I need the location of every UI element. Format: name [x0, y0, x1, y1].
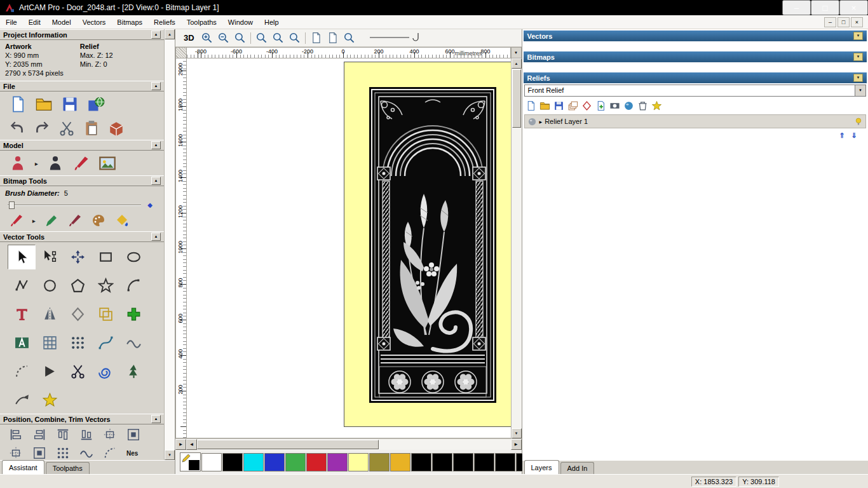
select-vectors-icon[interactable]: [8, 245, 36, 269]
load-picture-icon[interactable]: [98, 154, 116, 172]
extrude-icon[interactable]: [92, 359, 119, 384]
create-arc-icon[interactable]: [119, 273, 147, 298]
move-origin-icon[interactable]: [9, 446, 23, 460]
scroll-down-button[interactable]: ▼: [165, 450, 175, 460]
ruler-units-dropdown-button[interactable]: ▼: [511, 47, 522, 58]
collapse-project-info-button[interactable]: ▲: [151, 30, 161, 39]
palette-colour-6[interactable]: [327, 453, 348, 471]
smooth-relief-icon[interactable]: [623, 100, 634, 111]
nesting-icon[interactable]: Nes: [126, 450, 138, 457]
open-model-icon[interactable]: [35, 95, 53, 113]
zoom-1to1-icon[interactable]: [255, 32, 268, 44]
palette-colour-1[interactable]: [222, 453, 243, 471]
draw-icon[interactable]: [44, 213, 59, 228]
section-profile-icon[interactable]: [8, 388, 36, 412]
scroll-left-arrow[interactable]: ◀: [186, 439, 197, 450]
colour-palette-icon[interactable]: [91, 213, 106, 228]
scroll-up-button[interactable]: ▲: [165, 29, 175, 39]
vectors-toggle-button[interactable]: ▼: [853, 32, 863, 40]
snap-guides-page-icon[interactable]: [327, 32, 339, 44]
relief-layer-stack-icon[interactable]: [567, 100, 578, 111]
menu-help[interactable]: Help: [259, 17, 285, 28]
export-model-icon[interactable]: [87, 95, 105, 113]
slider-handle[interactable]: [9, 201, 15, 209]
vector-doctor-icon[interactable]: [36, 388, 64, 412]
menu-reliefs[interactable]: Reliefs: [148, 17, 181, 28]
palette-colour-9[interactable]: [390, 453, 410, 471]
mirror-vectors-icon[interactable]: [36, 302, 64, 327]
palette-colour-4[interactable]: [285, 453, 306, 471]
minimize-button[interactable]: –: [782, 0, 811, 15]
palette-colour-11[interactable]: [432, 453, 452, 471]
center-in-page-icon[interactable]: [126, 428, 140, 442]
new-layer-icon[interactable]: [595, 100, 606, 111]
collapse-position-button[interactable]: ▲: [151, 415, 161, 423]
open-relief-icon[interactable]: [539, 100, 550, 111]
layer-expand-arrow[interactable]: ▶: [539, 119, 543, 124]
text-block-icon[interactable]: [8, 330, 36, 355]
align-right-icon[interactable]: [32, 428, 46, 442]
nesting-tree-icon[interactable]: [119, 359, 147, 384]
new-model-icon[interactable]: [9, 95, 27, 113]
paste-along-curve-icon[interactable]: [79, 446, 93, 460]
zoom-in-icon[interactable]: [201, 32, 213, 44]
menu-vectors[interactable]: Vectors: [77, 17, 112, 28]
scroll-down-arrow[interactable]: ▼: [512, 428, 522, 438]
palette-colour-8[interactable]: [369, 453, 390, 471]
create-polygon-icon[interactable]: [64, 273, 92, 298]
palette-colour-3[interactable]: [264, 453, 285, 471]
node-editing-icon[interactable]: [36, 245, 64, 269]
reliefs-toggle-button[interactable]: ▼: [853, 74, 863, 82]
close-button[interactable]: ×: [839, 0, 868, 15]
horizontal-scroll-thumb[interactable]: [197, 440, 379, 449]
trim-vectors-icon[interactable]: [64, 359, 92, 384]
combo-dropdown-button[interactable]: ▼: [855, 85, 865, 96]
save-model-icon[interactable]: [61, 95, 79, 113]
maximize-button[interactable]: □: [811, 0, 839, 15]
menu-model[interactable]: Model: [46, 17, 77, 28]
horizontal-scrollbar[interactable]: ▶ ◀ ▶: [175, 438, 522, 450]
create-circle-icon[interactable]: [36, 273, 64, 298]
relief-wizard-icon[interactable]: [651, 100, 662, 111]
import-icon[interactable]: [108, 120, 125, 137]
menu-window[interactable]: Window: [222, 17, 259, 28]
tab-layers[interactable]: Layers: [524, 460, 559, 474]
undo-icon[interactable]: [9, 120, 25, 137]
sculpt-icon[interactable]: [581, 100, 592, 111]
block-copy-icon[interactable]: [64, 330, 92, 355]
palette-colour-13[interactable]: [474, 453, 494, 471]
assistant-scrollbar[interactable]: ▲ ▼: [164, 29, 175, 460]
tab-add-in[interactable]: Add In: [560, 462, 595, 474]
distribute-icon[interactable]: [56, 446, 70, 460]
menu-toolpaths[interactable]: Toolpaths: [181, 17, 222, 28]
relief-layer-item[interactable]: ▶ Relief Layer 1: [524, 114, 867, 128]
bitmaps-toggle-button[interactable]: ▼: [853, 53, 863, 61]
zoom-selected-icon[interactable]: [343, 32, 355, 44]
palette-colour-0[interactable]: [201, 453, 222, 471]
measure-icon[interactable]: [103, 446, 117, 460]
snap-together-icon[interactable]: [32, 446, 46, 460]
align-centre-icon[interactable]: [103, 428, 117, 442]
vertical-scrollbar[interactable]: ▲ ▼: [511, 58, 522, 438]
save-relief-icon[interactable]: [553, 100, 564, 111]
menu-edit[interactable]: Edit: [23, 17, 46, 28]
create-star-icon[interactable]: [92, 273, 119, 298]
move-layer-up-button[interactable]: ⇑: [837, 131, 847, 140]
delete-layer-icon[interactable]: [637, 100, 648, 111]
vertical-scroll-thumb[interactable]: [512, 69, 521, 128]
relief-select-combo[interactable]: Front Relief ▼: [524, 85, 867, 97]
tab-toolpaths[interactable]: Toolpaths: [46, 462, 90, 474]
mdi-close-button[interactable]: ×: [851, 17, 863, 27]
tab-assistant[interactable]: Assistant: [2, 460, 44, 474]
scroll-right-arrow[interactable]: ▶: [511, 439, 522, 450]
cut-icon[interactable]: [58, 120, 75, 137]
collapse-model-button[interactable]: ▲: [151, 141, 161, 149]
switch-3d-view-button[interactable]: 3D: [182, 33, 196, 43]
texture-relief-icon[interactable]: [72, 154, 90, 172]
paint-icon[interactable]: [9, 213, 24, 228]
palette-colour-10[interactable]: [411, 453, 431, 471]
palette-colour-12[interactable]: [453, 453, 473, 471]
mdi-restore-button[interactable]: □: [837, 17, 850, 27]
zoom-window-icon[interactable]: [234, 32, 246, 44]
new-relief-icon[interactable]: [526, 100, 536, 111]
